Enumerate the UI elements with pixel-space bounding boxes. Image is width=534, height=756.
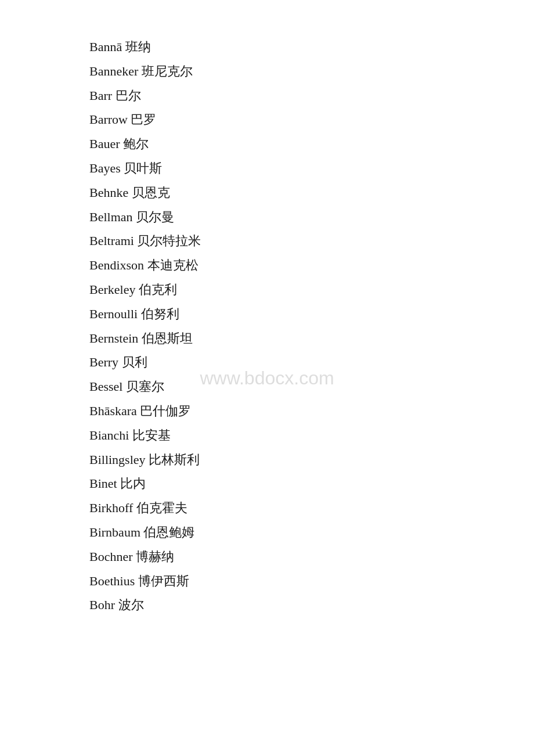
list-item: Bernstein 伯恩斯坦 [89, 326, 534, 351]
list-item: Barrow 巴罗 [89, 107, 534, 132]
list-item: Bernoulli 伯努利 [89, 302, 534, 326]
list-item: Behnke 贝恩克 [89, 181, 534, 205]
list-item: Bessel 贝塞尔 [89, 375, 534, 399]
list-item: Berkeley 伯克利 [89, 278, 534, 302]
list-item: Banneker 班尼克尔 [89, 59, 534, 84]
list-item: Bendixson 本迪克松 [89, 253, 534, 278]
entry-list: Bannā 班纳Banneker 班尼克尔Barr 巴尔Barrow 巴罗Bau… [0, 0, 534, 652]
list-item: Billingsley 比林斯利 [89, 448, 534, 472]
list-item: Bayes 贝叶斯 [89, 156, 534, 181]
list-item: Bellman 贝尔曼 [89, 205, 534, 229]
list-item: Bianchi 比安基 [89, 423, 534, 448]
list-item: Bohr 波尔 [89, 593, 534, 617]
list-item: Bannā 班纳 [89, 35, 534, 59]
list-item: Bochner 博赫纳 [89, 545, 534, 569]
list-item: Boethius 博伊西斯 [89, 569, 534, 593]
list-item: Beltrami 贝尔特拉米 [89, 229, 534, 253]
list-item: Bauer 鲍尔 [89, 132, 534, 156]
list-item: Bhāskara 巴什伽罗 [89, 399, 534, 423]
list-item: Birkhoff 伯克霍夫 [89, 496, 534, 520]
list-item: Binet 比内 [89, 471, 534, 496]
list-item: Berry 贝利 [89, 350, 534, 375]
list-item: Birnbaum 伯恩鲍姆 [89, 520, 534, 545]
list-item: Barr 巴尔 [89, 84, 534, 108]
